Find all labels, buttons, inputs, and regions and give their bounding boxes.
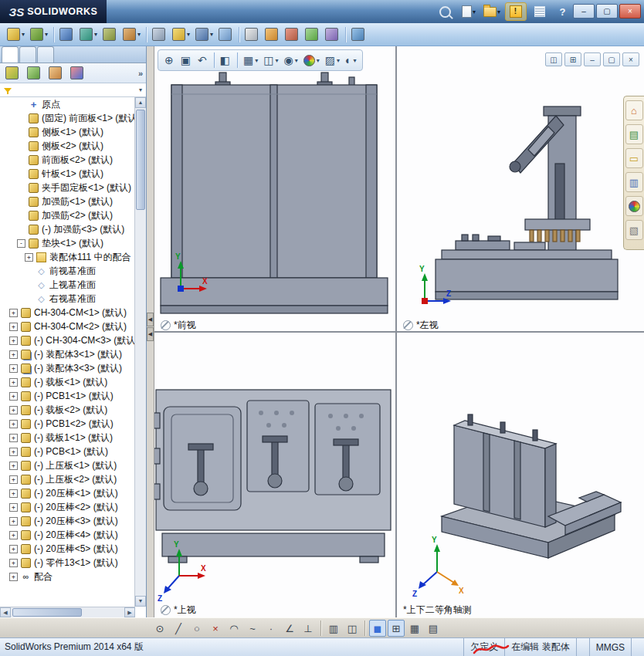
hide-show-items-icon[interactable]: ◉ ▾: [281, 52, 300, 69]
tree-item[interactable]: + (-) 20压棒<5> (默认): [0, 542, 135, 556]
scroll-up-icon[interactable]: ▲: [135, 97, 146, 108]
custom-properties-icon[interactable]: ▧: [625, 220, 643, 240]
expand-toggle-icon[interactable]: +: [9, 573, 18, 581]
move-component-icon[interactable]: ▾: [120, 25, 143, 44]
interference-detection-icon[interactable]: [283, 25, 302, 44]
measure-icon[interactable]: [303, 25, 322, 44]
expand-toggle-icon[interactable]: +: [9, 420, 18, 428]
tree-item[interactable]: 侧板<1> (默认): [0, 125, 135, 139]
tree-item[interactable]: + (-) PCB<1> (默认): [0, 445, 135, 458]
tree-item[interactable]: 前视基准面: [0, 264, 135, 278]
expand-toggle-icon[interactable]: +: [9, 392, 18, 401]
graphics-area[interactable]: ⊕ ▣ ↶ ◧ ▦ ▾ ◫ ▾ ◉ ▾ ● ▾ ▨ ▾ ◐ ▾ ◫ ⊞ – ▢ …: [154, 46, 644, 617]
ellipse-tool-icon[interactable]: ○: [188, 620, 205, 637]
search-icon[interactable]: [436, 3, 456, 20]
viewport-grid-icon[interactable]: ⊞: [564, 52, 581, 66]
tree-item[interactable]: + (-) 装配体3<3> (默认): [0, 361, 135, 375]
configurationmanager-tab[interactable]: [46, 64, 66, 83]
expand-toggle-icon[interactable]: +: [9, 323, 18, 331]
scroll-down-icon[interactable]: ▼: [135, 596, 146, 607]
expand-toggle-icon[interactable]: +: [9, 434, 18, 442]
mass-properties-icon[interactable]: [323, 25, 342, 44]
trim-entities-icon[interactable]: ×: [207, 620, 224, 637]
section-assembly-icon[interactable]: [349, 25, 368, 44]
assembly-features-icon[interactable]: ▾: [170, 25, 192, 44]
tree-item[interactable]: 上视基准面: [0, 278, 135, 292]
displaymanager-tab[interactable]: [68, 64, 87, 83]
expand-toggle-icon[interactable]: +: [9, 364, 18, 373]
tree-item[interactable]: + (-) 载板<1> (默认): [0, 375, 135, 389]
tree-vertical-scrollbar[interactable]: ▲ ▼: [134, 97, 146, 607]
tree-item[interactable]: + (-) CH-304-CM<3> (默认): [0, 333, 135, 347]
options-list-icon[interactable]: [530, 3, 550, 20]
menu-tools[interactable]: [165, 0, 179, 23]
panel-splitter[interactable]: ◀ ◀: [147, 46, 154, 617]
left-view-model[interactable]: Y Z: [397, 46, 644, 332]
tree-item[interactable]: + (-) 载板<2> (默认): [0, 403, 135, 417]
zoom-area-icon[interactable]: ▣: [178, 52, 195, 69]
apply-scene-icon[interactable]: ▨ ▾: [323, 52, 342, 69]
menu-view[interactable]: [137, 0, 151, 23]
show-hidden-components-icon[interactable]: [150, 25, 169, 44]
top-view-model[interactable]: Y X Z: [154, 333, 395, 617]
expand-toggle-icon[interactable]: +: [9, 559, 18, 567]
tree-item[interactable]: + (-) PCB1<2> (默认): [0, 417, 135, 431]
reference-geometry-icon[interactable]: ▾: [193, 25, 215, 44]
edit-component-icon[interactable]: ▾: [5, 25, 27, 44]
collapse-panel-icon[interactable]: ◀: [147, 327, 154, 341]
grid-icon[interactable]: ▦: [406, 620, 423, 637]
expand-toggle-icon[interactable]: +: [9, 531, 18, 539]
tree-item[interactable]: 针板<1> (默认): [0, 167, 135, 181]
tree-item[interactable]: + CH-304-CM<2> (默认): [0, 320, 135, 333]
tab-layout[interactable]: [19, 46, 36, 63]
design-library-icon[interactable]: ▤: [625, 124, 643, 144]
collapse-panel-icon[interactable]: ◀: [147, 313, 154, 326]
doc-close-button[interactable]: ×: [622, 52, 639, 66]
tree-item[interactable]: + (-) 装配体3<1> (默认): [0, 347, 135, 361]
four-viewport-icon[interactable]: ⊞: [388, 620, 405, 637]
tab-assembly[interactable]: [2, 46, 19, 63]
doc-restore-button[interactable]: ▢: [603, 52, 620, 66]
expand-toggle-icon[interactable]: +: [9, 475, 18, 484]
tree-item[interactable]: + 配合: [0, 570, 135, 583]
edit-appearance-icon[interactable]: ● ▾: [301, 52, 322, 69]
file-explorer-icon[interactable]: ▭: [625, 148, 643, 168]
scrollbar-thumb[interactable]: [136, 110, 145, 210]
smart-fasteners-icon[interactable]: [100, 25, 120, 44]
tree-item[interactable]: 右视基准面: [0, 292, 135, 306]
mirror-entities-icon[interactable]: ◫: [344, 620, 361, 637]
bill-of-materials-icon[interactable]: [242, 25, 262, 44]
doc-minimize-button[interactable]: –: [584, 52, 601, 66]
expand-toggle-icon[interactable]: +: [9, 309, 18, 317]
tree-item[interactable]: + 装配体111 中的配合: [0, 250, 135, 264]
tree-item[interactable]: 加强筋<1> (默认): [0, 194, 135, 208]
menu-edit[interactable]: [124, 0, 137, 23]
tree-item[interactable]: 加强筋<2> (默认): [0, 208, 135, 222]
tree-item[interactable]: - 垫块<1> (默认): [0, 236, 135, 250]
linear-component-pattern-icon[interactable]: ▾: [77, 25, 100, 44]
viewport-layout-icon[interactable]: ◫: [545, 52, 562, 66]
new-document-icon[interactable]: ▾: [459, 3, 479, 20]
spline-tool-icon[interactable]: ~: [244, 620, 261, 637]
scroll-left-icon[interactable]: ◀: [0, 607, 11, 617]
tree-item[interactable]: + (-) 20压棒<4> (默认): [0, 528, 135, 542]
menu-help[interactable]: [207, 0, 221, 23]
menu-file[interactable]: [110, 0, 124, 23]
shaded-display-icon[interactable]: ◼: [369, 620, 386, 637]
tree-item[interactable]: 原点: [0, 97, 135, 111]
expand-toggle-icon[interactable]: +: [9, 350, 18, 359]
tree-item[interactable]: (-) 加强筋<3> (默认): [0, 222, 135, 236]
filter-dropdown-arrow-icon[interactable]: ▾: [139, 86, 142, 93]
scroll-right-icon[interactable]: ▶: [124, 607, 135, 617]
expand-toggle-icon[interactable]: +: [9, 503, 18, 512]
expand-toggle-icon[interactable]: +: [9, 489, 18, 498]
tree-item[interactable]: + (-) 20压棒<3> (默认): [0, 514, 135, 528]
perpendicular-relation-icon[interactable]: ⊥: [300, 620, 317, 637]
tree-horizontal-scrollbar[interactable]: ◀ ▶: [0, 607, 135, 617]
view-settings-icon[interactable]: ◐ ▾: [343, 52, 358, 69]
insert-components-icon[interactable]: ▾: [28, 25, 50, 44]
tree-filter-bar[interactable]: ▾: [0, 83, 146, 97]
propertymanager-tab[interactable]: [25, 64, 44, 83]
expand-toggle-icon[interactable]: +: [9, 406, 18, 414]
menu-insert[interactable]: [151, 0, 165, 23]
